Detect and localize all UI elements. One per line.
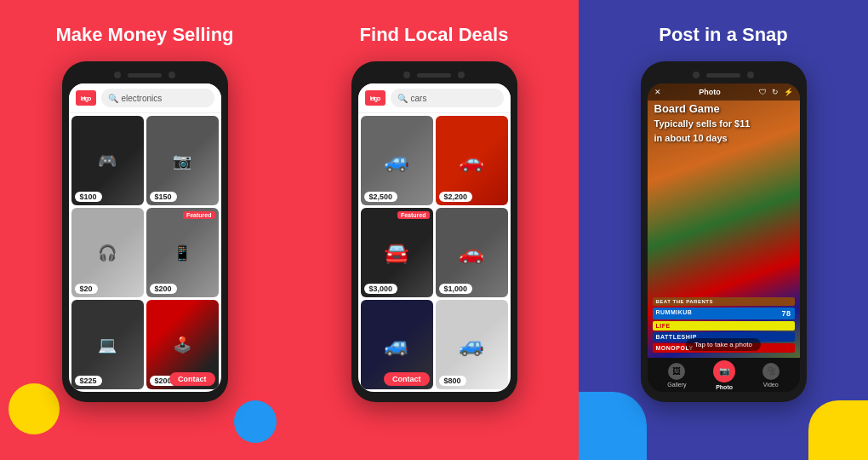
game-rummikub: Rummikub 78 bbox=[653, 308, 795, 319]
photo-header-title: Photo bbox=[699, 88, 721, 96]
car-cell-4[interactable]: 🚗 $1,000 bbox=[436, 208, 508, 297]
game-life: LIFE bbox=[653, 321, 795, 331]
panel-middle: Find Local Deals letgo 🔍 cars 🚙 $ bbox=[289, 0, 579, 460]
car-featured-3: Featured bbox=[397, 211, 430, 219]
game-beat-parents: Beat the Parents bbox=[653, 297, 795, 306]
phone-middle-notch bbox=[358, 72, 511, 78]
shield-icon[interactable]: 🛡 bbox=[759, 88, 767, 96]
search-icon-middle: 🔍 bbox=[397, 94, 408, 103]
camera-dot bbox=[114, 72, 121, 78]
item-cell-2[interactable]: 📷 $150 bbox=[146, 116, 219, 205]
flash-icon[interactable]: ⚡ bbox=[784, 88, 793, 96]
app-logo-left: letgo bbox=[76, 90, 96, 106]
car-price-3: $3,000 bbox=[364, 284, 398, 294]
item-cell-5[interactable]: 💻 $225 bbox=[71, 300, 144, 389]
gallery-label: Gallery bbox=[667, 382, 686, 388]
car-cell-6[interactable]: 🚙 $800 bbox=[436, 300, 508, 389]
photo-header: ✕ Photo 🛡 ↻ ⚡ bbox=[648, 83, 800, 101]
item-cell-6[interactable]: 🕹️ $200 Contact bbox=[146, 300, 219, 389]
item-price-5: $225 bbox=[75, 376, 102, 386]
panel-middle-title: Find Local Deals bbox=[360, 24, 509, 46]
gallery-icon: 🖼 bbox=[668, 363, 685, 380]
photo-button[interactable]: 📷 Photo bbox=[713, 360, 735, 390]
video-button[interactable]: 🎥 Video bbox=[762, 363, 779, 388]
photo-label: Photo bbox=[716, 384, 733, 390]
search-input-left[interactable]: 🔍 electronics bbox=[101, 89, 214, 107]
item-cell-3[interactable]: 🎧 $20 bbox=[71, 208, 144, 297]
phone-speaker-middle bbox=[417, 73, 451, 78]
camera-dot-m2 bbox=[458, 72, 465, 78]
search-bar-left: letgo 🔍 electronics bbox=[69, 83, 221, 113]
item-price-2: $150 bbox=[150, 192, 177, 202]
video-label: Video bbox=[763, 382, 779, 388]
item-cell-1[interactable]: 🎮 $100 bbox=[71, 116, 144, 205]
phone-left: letgo 🔍 electronics 🎮 $100 📷 $150 bbox=[62, 61, 228, 402]
item-featured-4: Featured bbox=[183, 211, 215, 219]
items-grid-middle: 🚙 $2,500 🚗 $2,200 🚘 Featured $3,000 🚗 bbox=[358, 113, 511, 392]
deco-blue-circle bbox=[234, 400, 277, 443]
photo-header-icons: 🛡 ↻ ⚡ bbox=[759, 88, 793, 96]
phone-speaker-right bbox=[706, 73, 740, 78]
phone-right-notch bbox=[648, 72, 800, 78]
phone-right-screen: ✕ Photo 🛡 ↻ ⚡ Board Game Typically sells… bbox=[648, 83, 800, 392]
photo-overlay-text: Board Game Typically sells for $11in abo… bbox=[654, 102, 793, 146]
close-icon[interactable]: ✕ bbox=[654, 88, 661, 96]
car-price-2: $2,200 bbox=[439, 192, 473, 202]
search-text-middle: cars bbox=[411, 94, 427, 103]
camera-dot-r2 bbox=[747, 72, 754, 78]
item-price-1: $100 bbox=[75, 192, 102, 202]
video-icon: 🎥 bbox=[762, 363, 779, 380]
contact-button-left[interactable]: Contact bbox=[169, 372, 215, 386]
gallery-button[interactable]: 🖼 Gallery bbox=[667, 363, 686, 388]
phone-right: ✕ Photo 🛡 ↻ ⚡ Board Game Typically sells… bbox=[641, 61, 807, 402]
refresh-icon[interactable]: ↻ bbox=[772, 88, 779, 96]
item-price-3: $20 bbox=[75, 284, 98, 294]
panel-right: Post in a Snap ✕ Photo 🛡 ↻ ⚡ Board Game … bbox=[579, 0, 868, 460]
panel-left-title: Make Money Selling bbox=[55, 24, 233, 46]
deco-yellow-circle bbox=[9, 383, 60, 434]
phone-middle: letgo 🔍 cars 🚙 $2,500 🚗 $2,200 bbox=[351, 61, 517, 402]
panel-right-title: Post in a Snap bbox=[659, 24, 788, 46]
items-grid-left: 🎮 $100 📷 $150 🎧 $20 📱 Featured $200 bbox=[69, 113, 221, 392]
phone-left-notch bbox=[69, 72, 221, 78]
phone-middle-screen: letgo 🔍 cars 🚙 $2,500 🚗 $2,200 bbox=[358, 83, 511, 392]
item-cell-4[interactable]: 📱 Featured $200 bbox=[146, 208, 219, 297]
search-icon-left: 🔍 bbox=[108, 94, 118, 103]
search-text-left: electronics bbox=[122, 94, 163, 103]
phone-left-screen: letgo 🔍 electronics 🎮 $100 📷 $150 bbox=[69, 83, 221, 392]
car-cell-1[interactable]: 🚙 $2,500 bbox=[361, 116, 433, 205]
panel-left: Make Money Selling letgo 🔍 electronics 🎮 bbox=[0, 0, 289, 460]
photo-bottom-bar: 🖼 Gallery 📷 Photo 🎥 Video bbox=[648, 358, 800, 392]
car-price-6: $800 bbox=[439, 376, 466, 386]
phone-speaker bbox=[128, 73, 162, 78]
search-bar-middle: letgo 🔍 cars bbox=[358, 83, 511, 113]
car-price-1: $2,500 bbox=[364, 192, 398, 202]
photo-icon: 📷 bbox=[713, 360, 735, 382]
car-price-4: $1,000 bbox=[439, 284, 473, 294]
app-logo-middle: letgo bbox=[365, 90, 385, 106]
camera-dot-2 bbox=[168, 72, 175, 78]
car-cell-2[interactable]: 🚗 $2,200 bbox=[436, 116, 508, 205]
item-price-4: $200 bbox=[150, 284, 177, 294]
car-cell-5[interactable]: 🚙 Contact bbox=[361, 300, 433, 389]
contact-button-middle[interactable]: Contact bbox=[384, 372, 430, 386]
search-input-middle[interactable]: 🔍 cars bbox=[391, 89, 504, 107]
car-cell-3[interactable]: 🚘 Featured $3,000 bbox=[361, 208, 433, 297]
camera-dot-m1 bbox=[403, 72, 410, 78]
tap-photo-button[interactable]: Tap to take a photo bbox=[686, 338, 761, 351]
camera-dot-r1 bbox=[693, 72, 700, 78]
